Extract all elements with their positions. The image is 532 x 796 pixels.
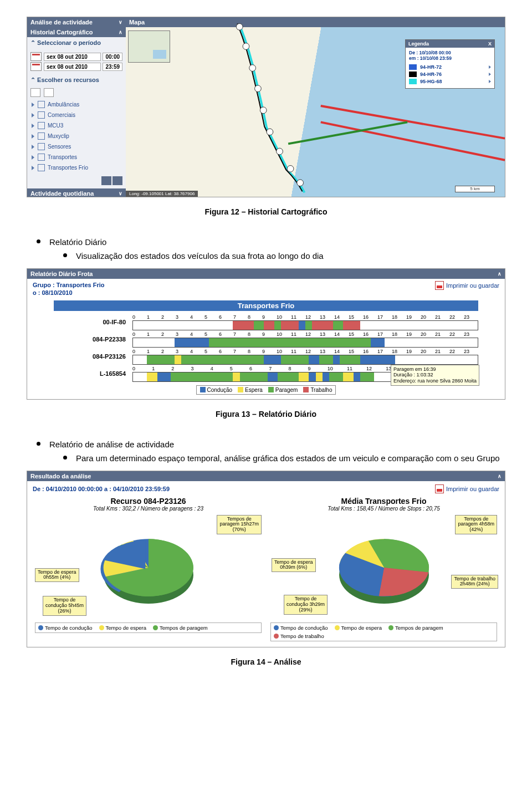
report-header[interactable]: Relatório Diário Frota∧ bbox=[27, 269, 505, 279]
resource-label: Sensores bbox=[48, 144, 71, 150]
checkbox-icon[interactable] bbox=[38, 154, 45, 161]
chevron-right-icon bbox=[489, 73, 491, 76]
resources-heading[interactable]: ⌃ Escolher os recursos bbox=[27, 74, 126, 86]
analysis-header[interactable]: Análise de actividade∨ bbox=[27, 17, 126, 27]
vehicle-label: 084-P23126 bbox=[54, 353, 132, 360]
resource-item[interactable]: Ambulâncias bbox=[29, 99, 124, 110]
callout-label: Tempos deparagem 4h58m(42%) bbox=[455, 515, 497, 535]
resource-item[interactable]: Muxyclip bbox=[29, 131, 124, 141]
resource-label: Transportes Frio bbox=[48, 165, 88, 171]
svg-point-6 bbox=[277, 148, 283, 155]
bullet-icon bbox=[37, 442, 40, 446]
figure-14-caption: Figura 14 – Análise bbox=[27, 657, 505, 666]
resource-filter-icons[interactable] bbox=[27, 86, 126, 99]
sidebar: Análise de actividade∨ Historial Cartogr… bbox=[27, 17, 126, 197]
resource-item[interactable]: Transportes Frio bbox=[29, 162, 124, 173]
group-label: Grupo : Transportes Frio bbox=[33, 281, 105, 289]
section-text: Para um determinado espaço temporal, aná… bbox=[76, 452, 500, 464]
calendar-icon bbox=[30, 62, 42, 71]
callout-label: Tempo decondução 5h45m(26%) bbox=[43, 596, 86, 616]
svg-point-2 bbox=[249, 65, 256, 72]
resource-item[interactable]: Transportes bbox=[29, 152, 124, 162]
chart-title: Média Transportes Frio bbox=[268, 497, 499, 506]
sidebar-action-icons[interactable] bbox=[27, 173, 126, 188]
pdf-icon bbox=[435, 484, 444, 493]
scale-bar: 5 km bbox=[455, 186, 495, 192]
svg-point-7 bbox=[287, 166, 294, 172]
chevron-right-icon bbox=[32, 134, 34, 139]
close-icon[interactable]: X bbox=[488, 41, 492, 47]
date-label: o : 08/10/2010 bbox=[33, 289, 105, 297]
action-icon[interactable] bbox=[112, 176, 122, 185]
resource-label: Muxyclip bbox=[48, 133, 69, 139]
map-canvas[interactable]: Mapa LegendaX De : 10/10/08 00:00em : 10… bbox=[126, 17, 505, 197]
print-link[interactable]: Imprimir ou guardar bbox=[435, 484, 499, 493]
checkbox-icon[interactable] bbox=[38, 132, 45, 140]
svg-point-4 bbox=[260, 107, 267, 114]
checkbox-icon[interactable] bbox=[38, 164, 45, 171]
resource-item[interactable]: Sensores bbox=[29, 141, 124, 152]
pie-legend: Tempo de conduçãoTempo de esperaTempos d… bbox=[35, 622, 262, 633]
timeline-row: 00-IF-80 0123456789101112131415161718192… bbox=[54, 314, 478, 330]
timeline-bar[interactable] bbox=[132, 338, 478, 348]
resource-item[interactable]: Comerciais bbox=[29, 110, 124, 120]
legend-item[interactable]: 94-HR-72 bbox=[409, 64, 491, 70]
color-swatch bbox=[388, 625, 393, 630]
print-link[interactable]: Imprimir ou guardar bbox=[435, 281, 499, 290]
color-swatch bbox=[274, 634, 279, 639]
checkbox-icon[interactable] bbox=[38, 111, 45, 119]
color-swatch bbox=[409, 79, 417, 84]
vehicle-label: L-165854 bbox=[54, 370, 132, 377]
date-range: De : 04/10/2010 00:00:00 a : 04/10/2010 … bbox=[33, 486, 170, 492]
resource-item[interactable]: MCU3 bbox=[29, 120, 124, 131]
chevron-right-icon bbox=[32, 145, 34, 149]
history-header[interactable]: Historial Cartográfico∧ bbox=[27, 27, 126, 37]
callout-label: Tempo de trabalho2h48m (24%) bbox=[451, 575, 498, 589]
timeline-row: L-165854 01234567891011121314151617Parag… bbox=[54, 366, 478, 382]
svg-point-8 bbox=[297, 180, 304, 186]
checkbox-icon[interactable] bbox=[38, 101, 45, 108]
color-swatch bbox=[200, 387, 206, 392]
color-swatch bbox=[238, 387, 243, 392]
tooltip: Paragem em 16:39Duração : 1:03:32Endereç… bbox=[391, 365, 479, 386]
timeline-bar[interactable] bbox=[132, 320, 478, 330]
vehicle-label: 00-IF-80 bbox=[54, 319, 132, 325]
svg-point-0 bbox=[236, 24, 243, 30]
figure-13-caption: Figura 13 – Relatório Diário bbox=[27, 410, 505, 419]
action-icon[interactable] bbox=[101, 176, 111, 185]
resource-label: Ambulâncias bbox=[48, 101, 79, 108]
checkbox-icon[interactable] bbox=[38, 122, 45, 129]
coordinates-readout: Long: -09.105001 Lat: 38.767906 bbox=[126, 191, 198, 197]
color-swatch bbox=[409, 64, 417, 70]
timeline-bar[interactable] bbox=[132, 355, 478, 365]
resource-label: Transportes bbox=[48, 154, 77, 160]
color-swatch bbox=[409, 72, 417, 77]
period-heading[interactable]: ⌃ Seleccionar o período bbox=[27, 37, 126, 49]
chevron-right-icon bbox=[32, 103, 34, 107]
color-swatch bbox=[274, 625, 279, 630]
chart-subtitle: Total Kms : 302,2 / Número de paragens :… bbox=[33, 506, 264, 512]
vehicle-label: 084-P22338 bbox=[54, 336, 132, 343]
pie-legend: Tempo de conduçãoTempo de esperaTempos d… bbox=[270, 622, 497, 641]
person-icon[interactable] bbox=[30, 88, 40, 97]
color-swatch bbox=[153, 625, 158, 630]
map-legend[interactable]: LegendaX De : 10/10/08 00:00em : 10/10/0… bbox=[405, 39, 495, 89]
timeline-row: 084-P22338 01234567891011121314151617181… bbox=[54, 331, 478, 348]
vehicle-icon[interactable] bbox=[44, 88, 54, 97]
checkbox-icon[interactable] bbox=[38, 143, 45, 150]
timeline-legend: ConduçãoEsperaParagemTrabalho bbox=[196, 385, 336, 395]
chevron-right-icon bbox=[489, 65, 491, 69]
legend-item[interactable]: 94-HR-76 bbox=[409, 72, 491, 77]
date-to-row[interactable]: sex 08 out 201023:59 bbox=[30, 62, 122, 71]
chevron-up-icon: ∧ bbox=[119, 29, 122, 35]
bullet-icon bbox=[37, 239, 40, 243]
legend-item[interactable]: 95-HG-68 bbox=[409, 79, 491, 84]
section-title: Relatório de análise de actividade bbox=[49, 438, 174, 450]
date-from-row[interactable]: sex 08 out 201000:00 bbox=[30, 52, 122, 61]
daily-activity-header[interactable]: Actividade quotidiana∨ bbox=[27, 188, 126, 197]
bullet-icon bbox=[63, 456, 67, 460]
color-swatch bbox=[99, 625, 104, 630]
analysis-result-screenshot: Resultado da análise∧ De : 04/10/2010 00… bbox=[27, 471, 505, 647]
bullet-icon bbox=[63, 253, 67, 257]
analysis-header[interactable]: Resultado da análise∧ bbox=[27, 471, 505, 481]
